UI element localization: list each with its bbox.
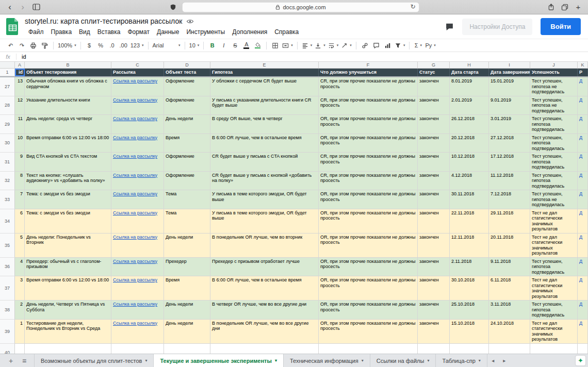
cell-result[interactable]: Тест успешен, гипотеза не подтвердилась bbox=[530, 190, 578, 209]
cell-end-date[interactable]: 3.01.2019 bbox=[489, 115, 530, 134]
explore-button[interactable]: ✦ bbox=[576, 356, 585, 365]
cell-id[interactable]: 9 bbox=[15, 153, 25, 172]
cell-mailing[interactable]: Ссылка на рассылку bbox=[111, 276, 164, 301]
cell-extra[interactable]: Д bbox=[578, 134, 588, 153]
cell-test-subject[interactable]: Вид CTA кнопкой vs CTA текстом bbox=[25, 153, 111, 172]
header-cell[interactable]: Что должно улучшиться bbox=[319, 69, 418, 76]
cell-test-object[interactable]: Время bbox=[164, 134, 210, 153]
sign-in-button[interactable]: Войти bbox=[541, 18, 581, 35]
cell-test-object[interactable]: День недели bbox=[164, 320, 210, 344]
cell-improvement[interactable]: CR, при этом прочие показатели не должны… bbox=[319, 96, 418, 115]
cell-improvement[interactable]: OR, при этом прочие показатели не должны… bbox=[319, 258, 418, 277]
cell-id[interactable]: 6 bbox=[15, 209, 25, 233]
empty-cell[interactable] bbox=[111, 344, 164, 354]
insert-comment-icon[interactable] bbox=[371, 40, 382, 51]
cell-hypothesis[interactable]: У письма в теме которого эмодзи, OR буде… bbox=[210, 209, 319, 233]
cell-mailing[interactable]: Ссылка на рассылку bbox=[111, 96, 164, 115]
borders-icon[interactable] bbox=[270, 40, 281, 51]
cell-extra[interactable]: Д bbox=[578, 153, 588, 172]
redo-button[interactable]: ↷ bbox=[17, 40, 27, 51]
horizontal-align-icon[interactable] bbox=[301, 40, 314, 51]
cell-test-object[interactable]: День недели bbox=[164, 115, 210, 134]
mailing-link[interactable]: Ссылка на рассылку bbox=[113, 259, 157, 264]
text-color-button[interactable]: A bbox=[241, 40, 252, 51]
sheet-tab[interactable]: Возможные объекты для сплит-тестов▾ bbox=[34, 354, 154, 367]
vertical-align-icon[interactable] bbox=[314, 40, 326, 51]
cell-start-date[interactable]: 12.11.2018 bbox=[450, 233, 489, 258]
cell-mailing[interactable]: Ссылка на рассылку bbox=[111, 172, 164, 191]
column-header-G[interactable]: G bbox=[418, 62, 450, 68]
cell-start-date[interactable]: 8.01.2019 bbox=[450, 77, 489, 96]
cell-hypothesis[interactable]: В четверг OR лучше, чем во все другие дн… bbox=[210, 301, 319, 320]
cell-improvement[interactable]: OR, при этом прочие показатели не должны… bbox=[319, 233, 418, 258]
cell-start-date[interactable]: 4.12.2018 bbox=[450, 172, 489, 191]
cell-test-subject[interactable]: День недели, Четверг vs Пятница vs Суббо… bbox=[25, 301, 111, 320]
mailing-link[interactable]: Ссылка на рассылку bbox=[113, 173, 157, 178]
row-number[interactable]: 32 bbox=[0, 172, 15, 191]
row-number[interactable]: 37 bbox=[0, 276, 15, 301]
select-all-corner[interactable] bbox=[0, 62, 15, 68]
comments-icon[interactable] bbox=[445, 23, 454, 31]
cell-end-date[interactable]: 9.11.2018 bbox=[489, 258, 530, 277]
cell-start-date[interactable]: 15.10.2018 bbox=[450, 320, 489, 344]
cell-start-date[interactable]: 30.11.2018 bbox=[450, 190, 489, 209]
cell-test-object[interactable]: Тема bbox=[164, 209, 210, 233]
extra-link[interactable]: Д bbox=[579, 135, 582, 140]
tabs-overview-icon[interactable] bbox=[560, 2, 570, 12]
column-header-H[interactable]: H bbox=[450, 62, 489, 68]
extra-link[interactable]: Д bbox=[579, 78, 582, 84]
column-header-K[interactable]: K bbox=[578, 62, 588, 68]
cell-status[interactable]: закончен bbox=[418, 233, 450, 258]
cell-start-date[interactable]: 26.12.2018 bbox=[450, 115, 489, 134]
cell-start-date[interactable]: 25.10.2018 bbox=[450, 301, 489, 320]
functions-menu[interactable]: Σ bbox=[413, 40, 423, 51]
fill-color-button[interactable] bbox=[252, 40, 263, 51]
extra-link[interactable]: Д bbox=[579, 321, 582, 326]
cell-extra[interactable]: Д bbox=[578, 320, 588, 344]
column-header-D[interactable]: D bbox=[164, 62, 210, 68]
cell-start-date[interactable]: 22.11.2018 bbox=[450, 209, 489, 233]
empty-cell[interactable] bbox=[210, 344, 319, 354]
cell-improvement[interactable]: OR, при этом прочие показатели не должны… bbox=[319, 115, 418, 134]
cell-test-subject[interactable]: Тема: с эмодзи vs без эмодзи bbox=[25, 190, 111, 209]
cell-mailing[interactable]: Ссылка на рассылку bbox=[111, 301, 164, 320]
cell-result[interactable]: Тест успешен, гипотеза подтвердилась bbox=[530, 115, 578, 134]
cell-extra[interactable]: Д bbox=[578, 233, 588, 258]
tab-scroll-right[interactable]: ▸ bbox=[499, 354, 510, 367]
sidebar-toggle-icon[interactable] bbox=[31, 2, 41, 12]
share-icon[interactable] bbox=[546, 2, 556, 12]
document-title[interactable]: storytel.ru: карта сплит-тестирования ра… bbox=[25, 17, 182, 25]
cell-improvement[interactable]: OR, при этом прочие показатели не должны… bbox=[319, 301, 418, 320]
menu-item[interactable]: Данные bbox=[153, 27, 183, 37]
cell-test-object[interactable]: День недели bbox=[164, 301, 210, 320]
cell-id[interactable]: 13 bbox=[15, 77, 25, 96]
row-number[interactable]: 1 bbox=[0, 69, 15, 76]
decrease-decimal-button[interactable]: .0 bbox=[107, 40, 118, 51]
header-cell[interactable]: Объект тестирования bbox=[25, 69, 111, 76]
cell-result[interactable]: Тест успешен, гипотеза не подтвердилась bbox=[530, 77, 578, 96]
extra-link[interactable]: Д bbox=[579, 173, 582, 178]
row-number[interactable]: 29 bbox=[0, 115, 15, 134]
mailing-link[interactable]: Ссылка на рассылку bbox=[113, 302, 157, 307]
undo-button[interactable]: ↶ bbox=[5, 40, 16, 51]
cell-mailing[interactable]: Ссылка на рассылку bbox=[111, 153, 164, 172]
cell-result[interactable]: Тест не дал статистически значимых резул… bbox=[530, 276, 578, 301]
cell-id[interactable]: 12 bbox=[15, 96, 25, 115]
cell-result[interactable]: Тест успешен, гипотеза не подтвердилась bbox=[530, 96, 578, 115]
chevron-down-icon[interactable]: ▾ bbox=[275, 358, 277, 363]
row-number[interactable]: 39 bbox=[0, 320, 15, 344]
cell-end-date[interactable]: 6.11.2018 bbox=[489, 276, 530, 301]
header-cell[interactable]: Статус bbox=[418, 69, 450, 76]
cell-status[interactable]: закончен bbox=[418, 115, 450, 134]
cell-result[interactable]: Тест успешен, гипотеза подтвердилась bbox=[530, 172, 578, 191]
column-header-J[interactable]: J bbox=[530, 62, 578, 68]
cell-test-object[interactable]: Прехедер bbox=[164, 258, 210, 277]
cell-test-object[interactable]: Оформление bbox=[164, 96, 210, 115]
chevron-down-icon[interactable]: ▾ bbox=[145, 358, 147, 363]
all-sheets-menu-icon[interactable]: ≡ bbox=[18, 354, 31, 367]
cell-start-date[interactable]: 30.10.2018 bbox=[450, 276, 489, 301]
browser-forward-button[interactable]: › bbox=[18, 3, 27, 11]
cell-improvement[interactable]: OR, при этом прочие показатели не должны… bbox=[319, 320, 418, 344]
mailing-link[interactable]: Ссылка на рассылку bbox=[113, 235, 157, 240]
cell-end-date[interactable]: 20.11.2018 bbox=[489, 233, 530, 258]
